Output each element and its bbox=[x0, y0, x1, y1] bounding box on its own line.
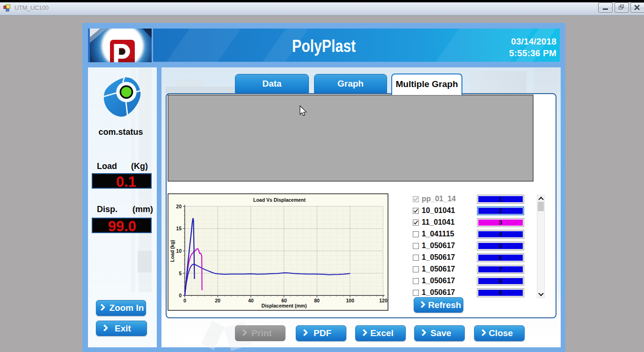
svg-text:5: 5 bbox=[179, 271, 182, 276]
svg-text:0: 0 bbox=[179, 293, 182, 298]
svg-text:80: 80 bbox=[314, 298, 320, 303]
svg-text:20: 20 bbox=[176, 204, 182, 209]
svg-text:120: 120 bbox=[379, 298, 388, 303]
svg-text:10: 10 bbox=[176, 248, 182, 254]
svg-text:40: 40 bbox=[248, 298, 254, 303]
svg-text:15: 15 bbox=[176, 226, 182, 231]
svg-text:Load Vs Displacement: Load Vs Displacement bbox=[253, 197, 306, 203]
svg-text:Displacement (mm): Displacement (mm) bbox=[262, 303, 307, 308]
svg-text:0: 0 bbox=[183, 298, 186, 303]
svg-text:100: 100 bbox=[346, 298, 354, 303]
svg-text:Load (kg): Load (kg) bbox=[169, 240, 175, 262]
svg-text:20: 20 bbox=[215, 298, 220, 303]
